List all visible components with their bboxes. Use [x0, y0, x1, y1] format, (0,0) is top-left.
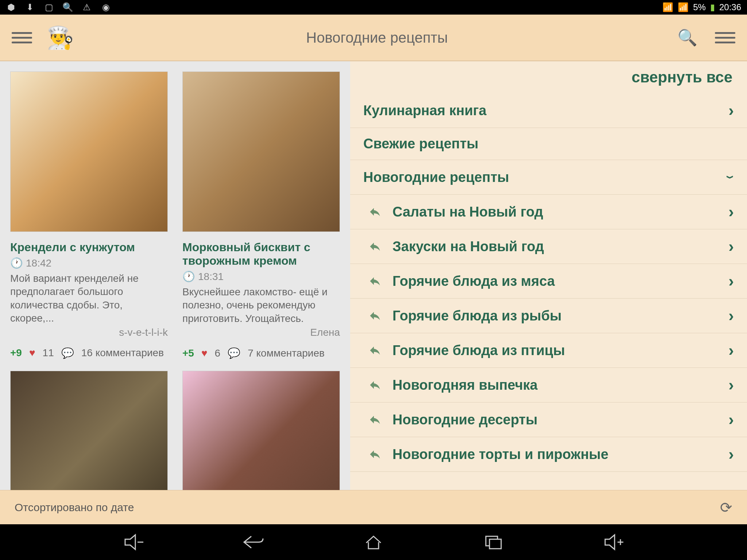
recipe-author[interactable]: Елена: [182, 327, 340, 338]
menu-button[interactable]: [12, 27, 32, 48]
volume-up-button[interactable]: [599, 531, 628, 553]
recipe-time: 🕐18:31: [182, 271, 340, 283]
app-logo-icon[interactable]: 👨‍🍳: [44, 21, 77, 54]
clock-icon: 🕐: [10, 257, 23, 269]
likes-count: 11: [43, 347, 54, 359]
comment-icon[interactable]: 💬: [61, 347, 74, 359]
recipe-card[interactable]: Крендели с кунжутом 🕐18:42 Мой вариант к…: [10, 71, 168, 359]
search-status-icon: 🔍: [63, 2, 73, 12]
viber-icon: ◉: [101, 2, 111, 12]
svg-rect-2: [489, 539, 501, 549]
category-item[interactable]: Горячие блюда из мяса›: [350, 264, 747, 299]
category-label: Салаты на Новый год: [392, 204, 728, 220]
recipe-card[interactable]: Морковный бисквит с творожным кремом 🕐18…: [182, 71, 340, 359]
chevron-right-icon: ›: [728, 376, 734, 394]
category-item[interactable]: Кулинарная книга›: [350, 93, 747, 128]
signal-icon: 📶: [678, 2, 689, 12]
clock: 20:36: [719, 2, 741, 12]
page-title: Новогодние рецепты: [77, 30, 677, 46]
chevron-right-icon: ›: [728, 445, 734, 463]
search-icon[interactable]: 🔍: [677, 28, 697, 47]
content-area: Крендели с кунжутом 🕐18:42 Мой вариант к…: [0, 61, 747, 490]
battery-pct: 5%: [693, 2, 706, 12]
recipe-title[interactable]: Морковный бисквит с творожным кремом: [182, 241, 340, 268]
recipe-description: Вкуснейшее лакомство- ещё и полезно, оче…: [182, 285, 340, 325]
category-item[interactable]: Новогодние десерты›: [350, 402, 747, 437]
image-icon: ▢: [44, 2, 54, 12]
category-item[interactable]: Новогодние рецепты›: [350, 160, 747, 195]
recipe-image[interactable]: [182, 371, 340, 490]
chevron-right-icon: ›: [728, 307, 734, 325]
rating-value[interactable]: +5: [182, 347, 194, 359]
chevron-right-icon: ›: [728, 101, 734, 120]
recipe-card[interactable]: [10, 371, 168, 490]
category-label: Закуски на Новый год: [392, 239, 728, 254]
category-item[interactable]: Новогодняя выпечка›: [350, 368, 747, 402]
recipe-time: 🕐18:42: [10, 257, 168, 269]
rating-value[interactable]: +9: [10, 347, 22, 359]
sort-label[interactable]: Отсортировано по дате: [15, 501, 134, 514]
recipes-grid[interactable]: Крендели с кунжутом 🕐18:42 Мой вариант к…: [0, 61, 350, 490]
status-right: 📶 📶 5% ▮ 20:36: [662, 2, 741, 12]
recipe-description: Мой вариант кренделей не предполагает бо…: [10, 272, 168, 325]
chevron-right-icon: ›: [728, 341, 734, 359]
category-label: Горячие блюда из птицы: [392, 343, 728, 358]
reply-icon: [368, 378, 382, 392]
recent-apps-button[interactable]: [479, 531, 508, 553]
status-left-icons: ⬢ ⬇ ▢ 🔍 ⚠ ◉: [6, 2, 111, 12]
download-icon: ⬇: [25, 2, 35, 12]
reply-icon: [368, 274, 382, 288]
shield-icon: ⬢: [6, 2, 16, 12]
warning-icon: ⚠: [82, 2, 92, 12]
comments-count[interactable]: 16 комментариев: [81, 347, 164, 359]
category-item[interactable]: Горячие блюда из рыбы›: [350, 299, 747, 333]
wifi-icon: 📶: [662, 2, 673, 12]
bottom-bar: Отсортировано по дате ⟳: [0, 490, 747, 524]
reply-icon: [368, 239, 382, 254]
recipe-image[interactable]: [10, 371, 168, 490]
status-bar: ⬢ ⬇ ▢ 🔍 ⚠ ◉ 📶 📶 5% ▮ 20:36: [0, 0, 747, 15]
recipe-stats: +9 ♥11 💬16 комментариев: [10, 347, 168, 359]
chevron-right-icon: ›: [728, 203, 734, 221]
category-label: Горячие блюда из рыбы: [392, 308, 728, 324]
category-item[interactable]: Свежие рецепты: [350, 128, 747, 160]
home-button[interactable]: [359, 531, 388, 553]
chevron-right-icon: ›: [728, 272, 734, 290]
recipe-stats: +5 ♥6 💬7 комментариев: [182, 347, 340, 359]
chevron-down-icon: ›: [722, 175, 740, 179]
reply-icon: [368, 412, 382, 427]
likes-count: 6: [215, 347, 221, 359]
category-label: Новогодние торты и пирожные: [392, 447, 728, 462]
heart-icon[interactable]: ♥: [201, 347, 208, 359]
clock-icon: 🕐: [182, 271, 195, 283]
category-label: Горячие блюда из мяса: [392, 273, 728, 289]
chevron-right-icon: ›: [728, 411, 734, 429]
reply-icon: [368, 205, 382, 219]
back-button[interactable]: [239, 531, 268, 553]
collapse-all-button[interactable]: свернуть все: [350, 61, 747, 93]
category-label: Кулинарная книга: [363, 103, 728, 118]
category-item[interactable]: Салаты на Новый год›: [350, 195, 747, 229]
recipe-author[interactable]: s-v-e-t-l-i-k: [10, 327, 168, 338]
recipe-title[interactable]: Крендели с кунжутом: [10, 241, 168, 254]
recipe-card[interactable]: [182, 371, 340, 490]
android-nav-bar: [0, 524, 747, 560]
category-item[interactable]: Новогодние торты и пирожные›: [350, 437, 747, 472]
volume-down-button[interactable]: [119, 531, 148, 553]
battery-icon: ▮: [710, 2, 715, 12]
category-label: Новогодняя выпечка: [392, 377, 728, 393]
refresh-icon[interactable]: ⟳: [720, 499, 732, 516]
category-label: Новогодние десерты: [392, 412, 728, 428]
menu-right-button[interactable]: [715, 27, 735, 48]
recipe-image[interactable]: [182, 71, 340, 232]
category-sidebar[interactable]: свернуть все Кулинарная книга›Свежие рец…: [350, 61, 747, 490]
heart-icon[interactable]: ♥: [29, 347, 35, 359]
reply-icon: [368, 343, 382, 358]
category-item[interactable]: Горячие блюда из птицы›: [350, 333, 747, 368]
reply-icon: [368, 308, 382, 323]
recipe-image[interactable]: [10, 71, 168, 232]
comments-count[interactable]: 7 комментариев: [248, 347, 325, 359]
category-item[interactable]: Закуски на Новый год›: [350, 229, 747, 264]
comment-icon[interactable]: 💬: [228, 347, 240, 359]
app-header: 👨‍🍳 Новогодние рецепты 🔍: [0, 15, 747, 61]
